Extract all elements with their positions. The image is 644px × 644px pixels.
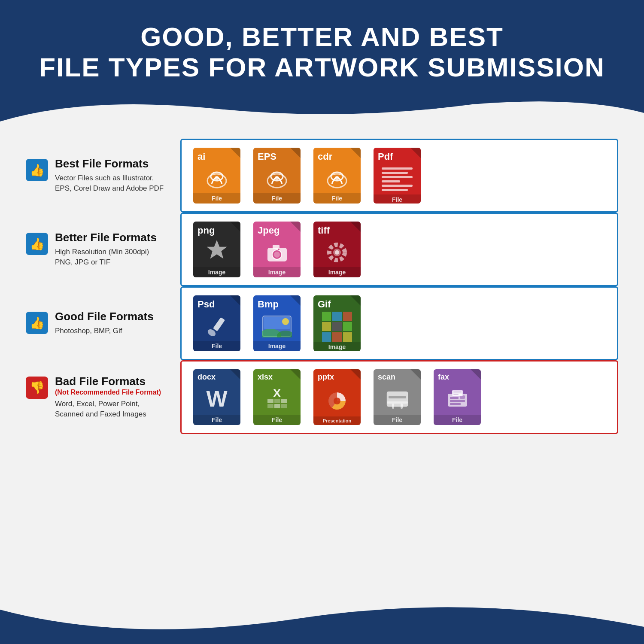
good-labels: Good File Formats Photoshop, BMP, Gif — [55, 310, 154, 336]
header-title: GOOD, BETTER AND BEST FILE TYPES FOR ART… — [26, 21, 618, 83]
file-cdr: cdr File — [311, 148, 363, 204]
psd-ext: Psd — [193, 295, 240, 312]
tiff-shape: tiff Image — [313, 222, 361, 277]
doc-line-6 — [382, 189, 408, 191]
svg-point-2 — [215, 176, 219, 180]
good-row: 👍 Good File Formats Photoshop, BMP, Gif … — [26, 286, 618, 360]
pptx-ext: pptx — [313, 369, 361, 383]
good-thumb-icon: 👍 — [26, 312, 48, 334]
best-category: Best File Formats — [55, 157, 164, 170]
scan-label: File — [374, 415, 421, 425]
svg-marker-9 — [207, 240, 227, 258]
file-gif: Gif — [311, 295, 363, 351]
svg-rect-28 — [281, 399, 287, 403]
svg-rect-46 — [453, 394, 459, 395]
file-ai: ai File — [191, 148, 243, 204]
bad-labels: Bad File Formats (Not Recommended File F… — [55, 375, 161, 419]
tiff-label: Image — [313, 267, 361, 277]
svg-rect-38 — [401, 404, 403, 409]
pptx-label: Presentation — [313, 416, 361, 425]
jpeg-shape: Jpeg Image — [253, 222, 301, 277]
psd-icon — [193, 312, 240, 341]
thumbs-up-icon: 👍 — [26, 159, 48, 181]
svg-point-17 — [335, 250, 339, 255]
svg-text:X: X — [273, 386, 281, 400]
best-files-area: ai File — [180, 139, 618, 213]
scan-ext: scan — [374, 369, 421, 383]
file-png: png Image — [191, 222, 243, 277]
file-tiff: tiff Image — [311, 222, 363, 277]
pdf-ext: Pdf — [374, 148, 421, 164]
svg-point-5 — [275, 176, 279, 180]
best-desc: Vector Files such as Illustrator,EPS, Co… — [55, 173, 164, 194]
svg-point-8 — [335, 176, 339, 180]
better-row: 👍 Better File Formats High Resolution (M… — [26, 213, 618, 286]
doc-line-1 — [382, 167, 413, 170]
best-labels: Best File Formats Vector Files such as I… — [55, 157, 164, 194]
header: GOOD, BETTER AND BEST FILE TYPES FOR ART… — [0, 0, 644, 96]
xlsx-icon: X — [253, 383, 301, 415]
png-shape: png Image — [193, 222, 240, 277]
bad-row: 👎 Bad File Formats (Not Recommended File… — [26, 360, 618, 434]
file-xlsx: xlsx X — [251, 369, 303, 425]
ai-icon — [193, 164, 240, 193]
docx-shape: docx W File — [193, 369, 240, 425]
cdr-label: File — [313, 193, 361, 204]
file-pdf: Pdf File — [371, 148, 423, 204]
svg-rect-44 — [452, 390, 463, 396]
bmp-icon — [253, 312, 301, 341]
thumbs-down-icon: 👎 — [26, 377, 48, 399]
svg-rect-34 — [387, 392, 408, 407]
svg-rect-35 — [389, 396, 406, 398]
better-thumb-icon: 👍 — [26, 233, 48, 255]
file-jpeg: Jpeg Image — [251, 222, 303, 277]
fax-ext: fax — [434, 369, 481, 383]
bad-left: 👎 Bad File Formats (Not Recommended File… — [26, 375, 180, 419]
file-pptx: pptx Presentation — [311, 369, 363, 425]
doc-line-2 — [382, 172, 408, 174]
docx-ext: docx — [193, 369, 240, 383]
bmp-shape: Bmp — [253, 295, 301, 351]
bmp-ext: Bmp — [253, 295, 301, 312]
bad-subtitle: (Not Recommended File Format) — [55, 388, 161, 396]
bad-desc: Word, Excel, Power Point,Scanned and Fax… — [55, 399, 161, 419]
svg-point-22 — [282, 318, 289, 325]
ai-label: File — [193, 193, 240, 204]
good-desc: Photoshop, BMP, Gif — [55, 326, 154, 336]
docx-label: File — [193, 415, 240, 425]
psd-shape: Psd File — [193, 295, 240, 351]
best-left: 👍 Best File Formats Vector Files such as… — [26, 157, 180, 194]
tiff-icon — [313, 238, 361, 267]
pptx-icon — [313, 383, 361, 416]
file-eps: EPS File — [251, 148, 303, 204]
svg-point-33 — [334, 398, 340, 404]
best-thumb-icon: 👍 — [26, 159, 48, 181]
svg-rect-29 — [267, 404, 273, 408]
bad-category: Bad File Formats — [55, 375, 161, 388]
gif-ext: Gif — [313, 295, 361, 312]
bad-thumb-icon: 👎 — [26, 377, 48, 399]
fax-label: File — [434, 415, 481, 425]
cdr-ext: cdr — [313, 148, 361, 164]
file-fax: fax — [431, 369, 483, 425]
doc-line-3 — [382, 176, 413, 178]
svg-rect-11 — [273, 245, 279, 249]
png-label: Image — [193, 267, 240, 277]
thumbs-up-icon-2: 👍 — [26, 233, 48, 255]
better-files-area: png Image Jpeg — [180, 213, 618, 286]
bmp-label: Image — [253, 341, 301, 351]
svg-rect-27 — [274, 399, 280, 403]
pdf-label: File — [374, 194, 421, 204]
cdr-shape: cdr File — [313, 148, 361, 204]
gif-shape: Gif — [313, 295, 361, 351]
good-left: 👍 Good File Formats Photoshop, BMP, Gif — [26, 310, 180, 336]
png-icon — [193, 238, 240, 267]
eps-ext: EPS — [253, 148, 301, 164]
file-psd: Psd File — [191, 295, 243, 351]
better-desc: High Resolution (Min 300dpi)PNG, JPG or … — [55, 247, 157, 267]
word-w-letter: W — [206, 386, 227, 412]
best-row: 👍 Best File Formats Vector Files such as… — [26, 139, 618, 213]
svg-rect-42 — [450, 403, 461, 405]
file-docx: docx W File — [191, 369, 243, 425]
content-wrapper: 👍 Best File Formats Vector Files such as… — [0, 130, 644, 447]
